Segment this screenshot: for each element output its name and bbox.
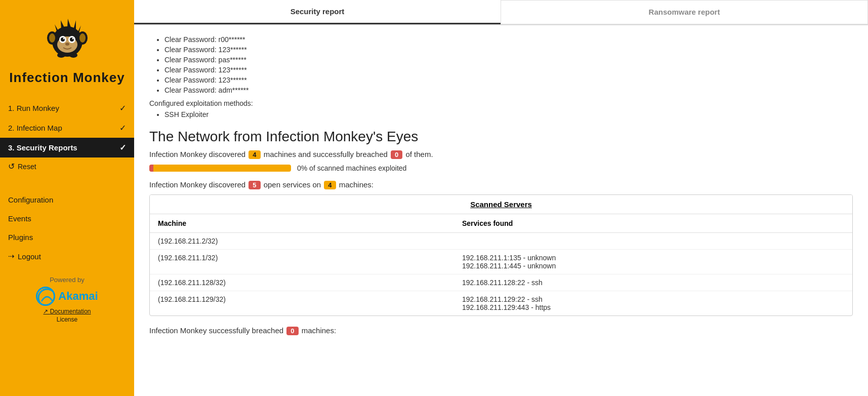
services-1 [454,233,852,250]
method-ssh: SSH Exploiter [164,110,853,118]
services-3: 192.168.211.128:22 - ssh [454,274,852,291]
tabs-bar: Security report Ransomware report [134,0,868,25]
machine-2: (192.168.211.1/32) [150,250,454,274]
machine-4: (192.168.211.129/32) [150,291,454,316]
svg-point-11 [72,38,73,39]
progress-area: 0% of scanned machines exploited [149,164,853,172]
discovery-text-3: of them. [405,150,433,159]
sidebar-logout-label: Logout [18,252,41,261]
nav-security-reports-check: ✓ [119,143,126,152]
powered-by-label: Powered by [50,276,85,284]
sidebar-configuration[interactable]: Configuration [0,190,134,209]
col-services: Services found [454,214,852,233]
main-content: Security report Ransomware report Clear … [134,0,868,396]
monkey-logo [39,10,95,66]
open-services-machines-badge: 4 [324,181,336,189]
app-title: Infection Monkey [9,70,125,86]
discovery-sentence: Infection Monkey discovered 4 machines a… [149,150,853,159]
progress-label: 0% of scanned machines exploited [297,164,406,172]
methods-list: SSH Exploiter [164,110,853,118]
nav-run-monkey-label: 1. Run Monkey [8,104,59,112]
sidebar: Infection Monkey 1. Run Monkey ✓ 2. Infe… [0,0,134,396]
password-item-3: Clear Password: pas****** [164,56,853,64]
app-title-part2: Monkey [73,70,125,85]
powered-by: Powered by Akamai ↗ Documentation Licens… [0,276,134,323]
scanned-servers-title: Scanned Servers [150,195,852,214]
reset-button[interactable]: ↺ Reset [0,157,134,175]
services-2: 192.168.211.1:135 - unknown 192.168.211.… [454,250,852,274]
svg-point-14 [69,53,77,58]
progress-bar-background [149,165,291,172]
app-title-part1: Infection [9,70,73,85]
password-item-2: Clear Password: 123****** [164,46,853,54]
documentation-link[interactable]: ↗ Documentation [0,308,134,315]
reset-icon: ↺ [8,162,15,171]
sidebar-plugins[interactable]: Plugins [0,228,134,247]
akamai-logo: Akamai [0,287,134,306]
nav-infection-map-label: 2. Infection Map [8,124,62,132]
table-row: (192.168.211.129/32) 192.168.211.129:22 … [150,291,852,316]
table-row: (192.168.211.1/32) 192.168.211.1:135 - u… [150,250,852,274]
machine-1: (192.168.211.2/32) [150,233,454,250]
password-item-5: Clear Password: 123****** [164,76,853,84]
machine-3: (192.168.211.128/32) [150,274,454,291]
nav-infection-map-check: ✓ [119,123,126,133]
svg-point-12 [65,43,69,46]
svg-point-3 [49,33,55,43]
tab-security-report[interactable]: Security report [134,0,501,24]
password-item-4: Clear Password: 123****** [164,66,853,74]
services-4: 192.168.211.129:22 - ssh 192.168.211.129… [454,291,852,316]
nav-section: 1. Run Monkey ✓ 2. Infection Map ✓ 3. Se… [0,98,134,175]
progress-bar-fill [149,165,153,172]
nav-security-reports[interactable]: 3. Security Reports ✓ [0,138,134,157]
tab-ransomware-report[interactable]: Ransomware report [501,0,868,24]
breached-text-1: Infection Monkey successfully breached [149,326,283,335]
sidebar-events[interactable]: Events [0,209,134,228]
open-services-text-1: Infection Monkey discovered [149,180,245,189]
akamai-circle-icon [36,287,55,306]
discovery-breached-badge: 0 [391,150,402,159]
nav-run-monkey[interactable]: 1. Run Monkey ✓ [0,98,134,118]
svg-point-10 [63,38,64,39]
open-services-sentence: Infection Monkey discovered 5 open servi… [149,180,853,189]
license-link[interactable]: License [0,316,134,323]
akamai-text: Akamai [58,290,98,303]
password-item-1: Clear Password: r00****** [164,35,853,44]
nav-run-monkey-check: ✓ [119,103,126,113]
col-machine: Machine [150,214,454,233]
password-item-6: Clear Password: adm****** [164,86,853,94]
svg-point-15 [38,289,55,306]
breached-count-badge: 0 [286,327,298,335]
table-row: (192.168.211.128/32) 192.168.211.128:22 … [150,274,852,291]
table-row: (192.168.211.2/32) [150,233,852,250]
sidebar-logout[interactable]: ⇢ Logout [0,247,134,266]
content-area: Clear Password: r00****** Clear Password… [134,25,868,396]
open-services-text-3: machines: [339,180,374,189]
logo-area: Infection Monkey [0,0,134,93]
configured-methods-label: Configured exploitation methods: [149,99,853,107]
scanned-servers-table: Machine Services found (192.168.211.2/32… [150,214,852,315]
svg-point-4 [79,33,86,43]
breached-sentence: Infection Monkey successfully breached 0… [149,326,853,335]
discovery-machines-badge: 4 [249,150,260,159]
external-link-icon: ↗ [43,308,50,315]
nav-infection-map[interactable]: 2. Infection Map ✓ [0,118,134,138]
network-heading: The Network from Infection Monkey's Eyes [149,129,853,145]
open-services-text-2: open services on [264,180,321,189]
nav-security-reports-label: 3. Security Reports [8,143,77,152]
reset-label: Reset [18,163,36,171]
password-list: Clear Password: r00****** Clear Password… [164,35,853,94]
breached-text-2: machines: [302,326,336,335]
open-services-count-badge: 5 [249,181,260,189]
doc-link-label: Documentation [50,308,91,315]
logout-icon: ⇢ [8,252,15,261]
discovery-text-2: machines and successfully breached [264,150,388,159]
scanned-servers-table-wrapper: Scanned Servers Machine Services found (… [149,194,853,316]
discovery-text-1: Infection Monkey discovered [149,150,245,159]
sidebar-bottom: Configuration Events Plugins ⇢ Logout Po… [0,190,134,323]
svg-point-13 [57,53,65,58]
